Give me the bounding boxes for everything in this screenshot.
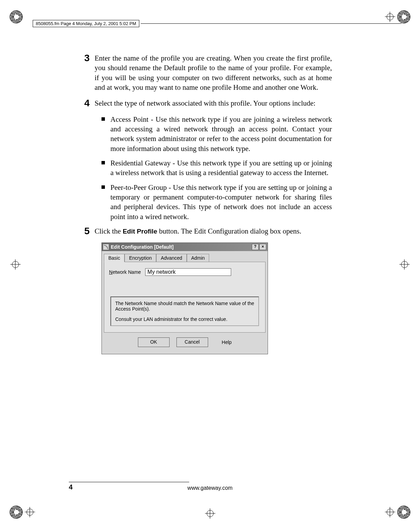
info-line-2: Consult your LAN administrator for the c… [115, 316, 254, 322]
step-5-bold: Edit Profile [123, 228, 157, 235]
help-button[interactable]: ? [252, 244, 259, 250]
tab-advanced[interactable]: Advanced [156, 254, 186, 262]
page-footer: 4 www.gateway.com [0, 485, 420, 491]
wireless-icon [103, 244, 109, 250]
crop-mark-br [385, 506, 410, 519]
bullet-icon [101, 185, 105, 189]
help-link[interactable]: Help [222, 339, 232, 345]
print-wheel-icon [10, 10, 23, 23]
tab-basic[interactable]: Basic [104, 254, 125, 262]
dialog-button-row: OK Cancel Help [104, 333, 266, 352]
crop-mark-bl [10, 506, 35, 519]
ok-button[interactable]: OK [138, 337, 170, 347]
network-name-label: Network Name [109, 269, 141, 275]
tab-panel-basic: Network Name The Network Name should mat… [104, 262, 266, 333]
bullet-icon [101, 161, 105, 164]
print-header-line [141, 23, 401, 24]
network-name-row: Network Name [109, 268, 260, 276]
footer-url: www.gateway.com [187, 485, 233, 491]
print-header: 8508055.fm Page 4 Monday, July 2, 2001 5… [33, 20, 403, 27]
step-5: 5 Click the Edit Profile button. The Edi… [84, 226, 332, 236]
close-button[interactable]: × [259, 244, 266, 250]
tab-admin[interactable]: Admin [187, 254, 209, 262]
bullet-text: Residential Gateway - Use this network t… [110, 158, 332, 178]
page-content: 3 Enter the name of the profile you are … [84, 53, 332, 354]
dialog-titlebar[interactable]: Edit Configuration [Default] ? × [102, 243, 268, 251]
registration-mark-bottom [205, 508, 215, 519]
step-4: 4 Select the type of network associated … [84, 98, 332, 108]
cancel-button[interactable]: Cancel [176, 337, 208, 347]
list-item: Access Point - Use this network type if … [101, 115, 332, 153]
step-number: 3 [84, 53, 95, 92]
list-item: Residential Gateway - Use this network t… [101, 158, 332, 178]
info-box: The Network Name should match the Networ… [110, 296, 259, 326]
step-text: Click the Edit Profile button. The Edit … [95, 226, 301, 236]
list-item: Peer-to-Peer Group - Use this network ty… [101, 183, 332, 222]
print-wheel-icon [397, 506, 410, 519]
bullet-list: Access Point - Use this network type if … [101, 115, 332, 222]
print-header-text: 8508055.fm Page 4 Monday, July 2, 2001 5… [33, 20, 139, 27]
bullet-text: Peer-to-Peer Group - Use this network ty… [110, 183, 332, 222]
label-rest: etwork Name [112, 269, 141, 275]
tab-bar: Basic Encryption Advanced Admin [104, 254, 266, 262]
registration-mark-icon [25, 507, 35, 517]
footer-line [69, 482, 189, 482]
step-number: 5 [84, 226, 95, 236]
registration-mark-icon [385, 507, 395, 517]
bullet-icon [101, 117, 105, 121]
step-3: 3 Enter the name of the profile you are … [84, 53, 332, 92]
info-line-1: The Network Name should match the Networ… [115, 301, 254, 312]
registration-mark-right [399, 259, 410, 270]
step-5-post: button. The Edit Configuration dialog bo… [157, 227, 301, 235]
step-text: Select the type of network associated wi… [95, 98, 315, 108]
page-number: 4 [69, 483, 73, 491]
bullet-text: Access Point - Use this network type if … [110, 115, 332, 153]
label-accel: N [109, 269, 112, 275]
edit-configuration-dialog: Edit Configuration [Default] ? × Basic E… [101, 242, 268, 354]
print-wheel-icon [10, 506, 23, 519]
registration-mark-left [10, 259, 21, 270]
step-number: 4 [84, 98, 95, 108]
network-name-input[interactable] [145, 268, 231, 276]
dialog-title: Edit Configuration [Default] [111, 244, 251, 250]
crop-mark-tl [10, 10, 23, 23]
step-text: Enter the name of the profile you are cr… [95, 53, 332, 92]
tab-encryption[interactable]: Encryption [125, 254, 156, 262]
step-5-pre: Click the [95, 227, 123, 235]
dialog-body: Basic Encryption Advanced Admin Network … [102, 251, 268, 354]
